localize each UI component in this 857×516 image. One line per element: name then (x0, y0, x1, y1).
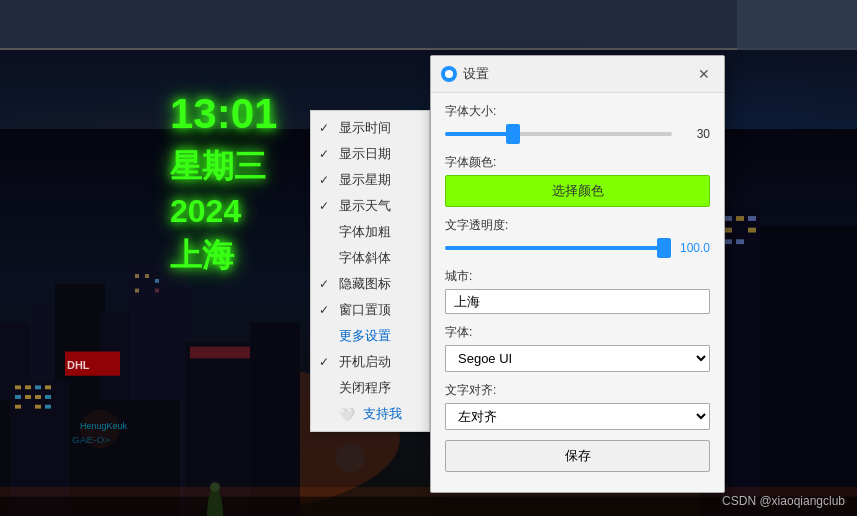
context-menu-item[interactable]: 更多设置 (311, 323, 429, 349)
context-menu-item[interactable]: ✓开机启动 (311, 349, 429, 375)
font-size-thumb[interactable] (506, 124, 520, 144)
menu-item-label: 窗口置顶 (339, 301, 391, 319)
svg-text:DHL: DHL (67, 359, 90, 371)
svg-rect-23 (45, 385, 51, 389)
save-button[interactable]: 保存 (445, 440, 710, 472)
menu-item-label: 支持我 (363, 405, 402, 423)
clock-date: 2024 (170, 189, 277, 234)
svg-rect-35 (748, 216, 756, 221)
svg-rect-12 (155, 289, 159, 293)
menu-item-label: 显示星期 (339, 171, 391, 189)
svg-rect-36 (724, 228, 732, 233)
dialog-close-button[interactable]: ✕ (694, 64, 714, 84)
dialog-title: 设置 (463, 65, 694, 83)
svg-point-44 (335, 443, 365, 472)
svg-rect-32 (720, 206, 760, 516)
clock-time: 13:01 (170, 85, 277, 144)
settings-icon (441, 66, 457, 82)
svg-point-48 (445, 70, 453, 78)
transparency-group: 文字透明度: 100.0 (445, 217, 710, 258)
context-menu-item[interactable]: ✓隐藏图标 (311, 271, 429, 297)
text-align-group: 文字对齐: 左对齐 居中 右对齐 (445, 382, 710, 430)
svg-rect-8 (135, 274, 139, 278)
clock-display: 13:01 星期三 2024 上海 (170, 85, 277, 278)
menu-item-label: 更多设置 (339, 327, 391, 345)
context-menu-item[interactable]: ✓显示天气 (311, 193, 429, 219)
menu-item-label: 字体斜体 (339, 249, 391, 267)
font-size-value: 30 (680, 127, 710, 141)
svg-rect-20 (15, 385, 21, 389)
dialog-titlebar: 设置 ✕ (431, 56, 724, 93)
font-family-label: 字体: (445, 324, 710, 341)
menu-check-icon: ✓ (319, 277, 335, 291)
context-menu-item[interactable]: ✓显示日期 (311, 141, 429, 167)
text-align-label: 文字对齐: (445, 382, 710, 399)
context-menu-item[interactable]: ✓显示时间 (311, 115, 429, 141)
menu-check-icon: ✓ (319, 147, 335, 161)
svg-rect-28 (15, 405, 21, 409)
transparency-thumb[interactable] (657, 238, 671, 258)
svg-rect-39 (736, 239, 744, 244)
transparency-track (445, 246, 664, 250)
context-menu-item[interactable]: 字体斜体 (311, 245, 429, 271)
svg-rect-38 (724, 239, 732, 244)
clock-city: 上海 (170, 233, 277, 278)
transparency-fill (445, 246, 664, 250)
menu-check-icon: ✓ (319, 199, 335, 213)
menu-item-label: 关闭程序 (339, 379, 391, 397)
svg-rect-24 (15, 395, 21, 399)
font-size-slider-row: 30 (445, 124, 710, 144)
heart-icon: 🤍 (339, 407, 359, 422)
svg-rect-22 (35, 385, 41, 389)
transparency-value: 100.0 (672, 241, 710, 255)
watermark-text: CSDN @xiaoqiangclub (722, 494, 845, 508)
context-menu-item[interactable]: 字体加粗 (311, 219, 429, 245)
svg-rect-10 (155, 279, 159, 283)
menu-item-label: 显示日期 (339, 145, 391, 163)
svg-rect-21 (25, 385, 31, 389)
svg-rect-34 (736, 216, 744, 221)
city-group: 城市: (445, 268, 710, 314)
font-size-label: 字体大小: (445, 103, 710, 120)
watermark: CSDN @xiaoqiangclub (722, 494, 845, 508)
transparency-slider-container[interactable] (445, 238, 664, 258)
menu-check-icon: ✓ (319, 121, 335, 135)
transparency-slider-row: 100.0 (445, 238, 710, 258)
city-label: 城市: (445, 268, 710, 285)
svg-rect-37 (748, 228, 756, 233)
svg-rect-17 (190, 347, 250, 359)
font-family-group: 字体: Segoe UI Arial Microsoft YaHei SimSu… (445, 324, 710, 372)
menu-item-label: 开机启动 (339, 353, 391, 371)
menu-check-icon: ✓ (319, 355, 335, 369)
svg-rect-27 (45, 395, 51, 399)
text-align-select[interactable]: 左对齐 居中 右对齐 (445, 403, 710, 430)
font-size-group: 字体大小: 30 (445, 103, 710, 144)
svg-rect-29 (35, 405, 41, 409)
svg-text:HenugKeuk: HenugKeuk (80, 421, 128, 431)
svg-point-43 (210, 482, 220, 492)
font-size-slider-container[interactable] (445, 124, 672, 144)
font-family-select[interactable]: Segoe UI Arial Microsoft YaHei SimSun (445, 345, 710, 372)
font-size-track (445, 132, 672, 136)
transparency-label: 文字透明度: (445, 217, 710, 234)
settings-dialog: 设置 ✕ 字体大小: 30 字体颜色: 选择颜色 文字透明度: (430, 55, 725, 493)
menu-item-label: 显示时间 (339, 119, 391, 137)
svg-rect-30 (45, 405, 51, 409)
font-color-group: 字体颜色: 选择颜色 (445, 154, 710, 207)
context-menu: ✓显示时间✓显示日期✓显示星期✓显示天气字体加粗字体斜体✓隐藏图标✓窗口置顶更多… (310, 110, 430, 432)
context-menu-item[interactable]: ✓显示星期 (311, 167, 429, 193)
context-menu-item[interactable]: 🤍支持我 (311, 401, 429, 427)
svg-rect-26 (35, 395, 41, 399)
color-picker-button[interactable]: 选择颜色 (445, 175, 710, 207)
svg-rect-9 (145, 274, 149, 278)
menu-check-icon: ✓ (319, 173, 335, 187)
svg-text:GAE-O>: GAE-O> (72, 435, 110, 446)
context-menu-item[interactable]: 关闭程序 (311, 375, 429, 401)
dialog-body: 字体大小: 30 字体颜色: 选择颜色 文字透明度: (431, 93, 724, 492)
menu-check-icon: ✓ (319, 303, 335, 317)
save-group: 保存 (445, 440, 710, 472)
menu-item-label: 隐藏图标 (339, 275, 391, 293)
city-input[interactable] (445, 289, 710, 314)
clock-weekday: 星期三 (170, 144, 277, 189)
context-menu-item[interactable]: ✓窗口置顶 (311, 297, 429, 323)
